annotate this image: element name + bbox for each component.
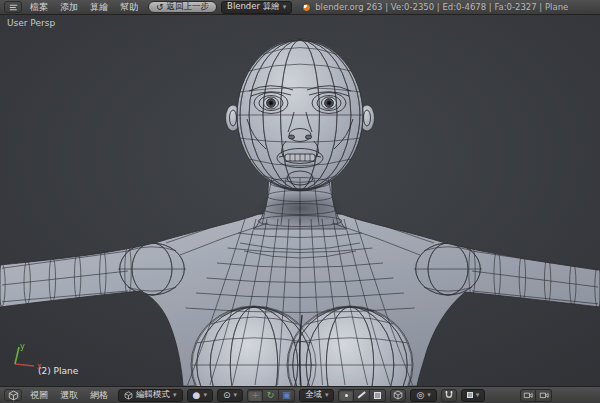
scale-icon: ▣ [282,391,291,400]
scene-stats: blender.org 263 | Ve:0-2350 | Ed:0-4678 … [302,2,568,12]
mode-selector-value: 編輯模式 [136,389,170,401]
menu-mesh[interactable]: 網格 [84,389,114,402]
snap-element-icon [467,392,473,398]
manipulator-toggles: + ↻ ▣ [247,389,295,402]
manipulator-scale-button[interactable]: ▣ [279,389,295,402]
menu-help[interactable]: 幫助 [114,1,144,14]
info-header: 檔案 添加 算繪 幫助 ↺ 返回上一步 Blender 算繪 ▾ blender… [0,0,600,15]
chevron-down-icon: ▾ [173,392,177,399]
menu-select[interactable]: 選取 [54,389,84,402]
chevron-down-icon: ▾ [427,392,431,399]
blender-logo-icon [302,3,311,12]
vertex-select-button[interactable] [338,389,354,402]
translate-icon: + [251,391,259,400]
back-to-previous-button[interactable]: ↺ 返回上一步 [148,1,217,13]
pivot-point-selector[interactable]: ⊙ ▾ [217,389,243,402]
menu-render[interactable]: 算繪 [84,1,114,14]
snap-element-selector[interactable]: ▾ [461,389,486,402]
render-engine-selector[interactable]: Blender 算繪 ▾ [221,1,292,14]
3d-view-editor-icon [8,390,19,401]
chevron-down-icon: ▾ [325,392,329,399]
rotate-icon: ↻ [267,391,275,400]
pivot-icon: ⊙ [223,391,231,400]
orientation-value: 全域 [305,389,322,401]
blender-window: 檔案 添加 算繪 幫助 ↺ 返回上一步 Blender 算繪 ▾ blender… [0,0,600,403]
chevron-down-icon: ▾ [233,392,237,399]
info-editor-icon [8,2,19,13]
proportional-edit-selector[interactable]: ◎ ▾ [410,389,436,402]
3d-viewport[interactable]: User Persp x y (2) Plane [0,15,600,386]
camera-anim-icon [539,390,549,400]
proportional-icon: ◎ [416,391,424,400]
opengl-render-anim-button[interactable] [536,389,552,402]
viewport-shading-selector[interactable]: ● ▾ [187,389,213,402]
render-engine-value: Blender 算繪 [227,1,280,13]
mode-selector[interactable]: 編輯模式 ▾ [118,389,183,402]
back-button-label: 返回上一步 [167,1,210,13]
shading-sphere-icon: ● [193,391,201,400]
occlude-cube-icon [393,390,403,400]
camera-icon [523,390,533,400]
back-arrow-icon: ↺ [156,3,164,12]
edit-mode-icon [124,391,133,400]
view-label: User Persp [7,18,55,28]
vertex-icon [345,394,348,397]
opengl-render-button[interactable] [520,389,536,402]
face-select-button[interactable] [370,389,386,402]
manipulator-translate-button[interactable]: + [247,389,263,402]
mesh-canvas [0,15,600,386]
editor-type-button-info[interactable] [4,1,22,13]
transform-orientation-selector[interactable]: 全域 ▾ [299,389,335,402]
limit-to-visible-button[interactable] [390,389,406,402]
face-icon [374,392,381,399]
viewport-header: 視圖 選取 網格 編輯模式 ▾ ● ▾ ⊙ ▾ + ↻ ▣ [0,386,600,403]
menu-view[interactable]: 視圖 [24,389,54,402]
manipulator-rotate-button[interactable]: ↻ [263,389,279,402]
scene-stats-text: blender.org 263 | Ve:0-2350 | Ed:0-4678 … [315,2,568,12]
axis-y-label: y [20,342,25,351]
snap-toggle-button[interactable] [441,389,457,402]
edge-icon [358,392,366,399]
magnet-icon [444,390,454,400]
editor-type-button-3dview[interactable] [4,389,22,401]
chevron-down-icon: ▾ [203,392,207,399]
opengl-render-buttons [520,389,552,402]
edge-select-button[interactable] [354,389,370,402]
chevron-down-icon: ▾ [283,4,287,11]
menu-add[interactable]: 添加 [54,1,84,14]
chevron-down-icon: ▾ [476,392,480,399]
active-object-label: (2) Plane [38,366,78,376]
menu-file[interactable]: 檔案 [24,1,54,14]
select-mode-toggles [338,389,386,402]
